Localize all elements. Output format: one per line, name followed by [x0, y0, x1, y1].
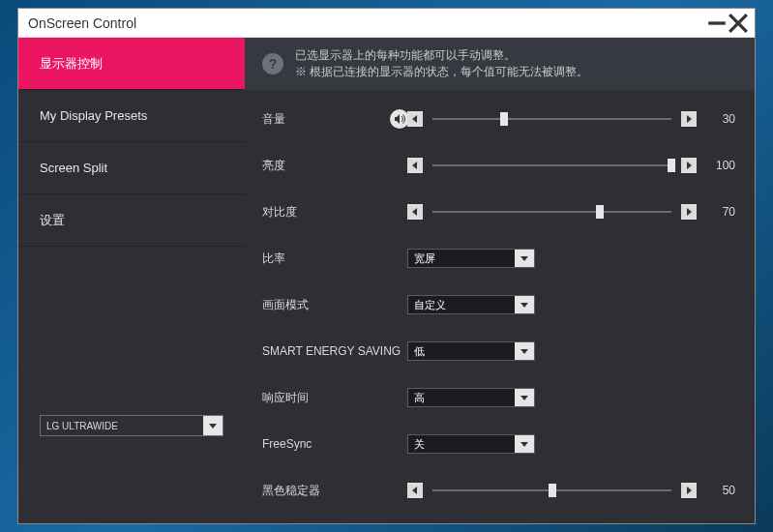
- row-black-stabilizer: 黑色稳定器 50: [245, 467, 735, 514]
- row-label: 对比度: [245, 204, 407, 221]
- slider-value: 30: [706, 112, 735, 126]
- label-text: 比率: [262, 251, 285, 267]
- dropdown-control: 高: [407, 388, 735, 407]
- device-select-row: LG ULTRAWIDE: [18, 401, 245, 523]
- select-value: 低: [414, 344, 425, 359]
- row-energy-saving: SMART ENERGY SAVING 低: [245, 328, 735, 374]
- row-volume: 音量 30: [245, 96, 735, 142]
- increment-button[interactable]: [681, 111, 697, 127]
- svg-marker-3: [209, 424, 217, 429]
- svg-marker-13: [520, 349, 528, 354]
- svg-marker-4: [395, 114, 400, 124]
- close-icon: [728, 13, 749, 34]
- chevron-down-icon: [515, 250, 534, 267]
- dropdown-control: 低: [407, 341, 735, 361]
- label-text: 亮度: [262, 158, 285, 174]
- row-label: 亮度: [245, 158, 407, 174]
- select-value: 宽屏: [414, 251, 435, 266]
- row-label: 比率: [245, 251, 407, 267]
- contrast-slider[interactable]: [432, 211, 671, 213]
- svg-marker-9: [412, 208, 417, 216]
- chevron-down-icon: [203, 416, 223, 435]
- row-response-time: 响应时间 高: [245, 374, 735, 421]
- sidebar-item-settings[interactable]: 设置: [18, 194, 245, 247]
- label-text: 音量: [262, 111, 285, 128]
- select-value: 自定义: [414, 298, 446, 312]
- dropdown-control: 关: [407, 434, 735, 454]
- row-freesync: FreeSync 关: [245, 421, 735, 467]
- svg-marker-7: [412, 162, 417, 169]
- energy-select[interactable]: 低: [407, 341, 535, 361]
- close-button[interactable]: [728, 13, 749, 34]
- ratio-select[interactable]: 宽屏: [407, 249, 535, 268]
- slider-value: 100: [706, 159, 735, 172]
- slider-thumb[interactable]: [500, 112, 508, 126]
- sidebar-item-label: 显示器控制: [40, 55, 103, 73]
- sidebar-item-presets[interactable]: My Display Presets: [18, 90, 245, 142]
- label-text: 对比度: [262, 204, 297, 221]
- minimize-icon: [706, 13, 728, 34]
- row-label: 黑色稳定器: [245, 483, 407, 499]
- device-select[interactable]: LG ULTRAWIDE: [40, 415, 223, 436]
- select-value: 高: [414, 391, 425, 405]
- sidebar-item-label: 设置: [40, 212, 65, 229]
- svg-marker-8: [687, 162, 692, 169]
- sidebar: 显示器控制 My Display Presets Screen Split 设置…: [18, 38, 245, 523]
- freesync-select[interactable]: 关: [407, 434, 535, 454]
- picture-select[interactable]: 自定义: [407, 295, 535, 314]
- dropdown-control: 宽屏: [407, 249, 735, 268]
- info-bar: ? 已选显示器上的每种功能都可以手动调整。 ※ 根据已连接的显示器的状态，每个值…: [245, 38, 755, 90]
- decrement-button[interactable]: [407, 204, 423, 220]
- svg-marker-14: [520, 396, 528, 400]
- svg-marker-6: [687, 115, 692, 123]
- volume-slider[interactable]: [432, 118, 671, 120]
- svg-marker-5: [412, 115, 417, 123]
- info-line1: 已选显示器上的每种功能都可以手动调整。: [295, 47, 588, 64]
- brightness-slider[interactable]: [432, 164, 671, 166]
- row-label: FreeSync: [245, 437, 407, 451]
- blackstab-slider[interactable]: [432, 489, 671, 491]
- response-select[interactable]: 高: [407, 388, 535, 407]
- svg-marker-16: [412, 487, 417, 494]
- increment-button[interactable]: [681, 158, 697, 173]
- increment-button[interactable]: [681, 204, 697, 220]
- row-label: 响应时间: [245, 390, 407, 406]
- select-value: 关: [414, 437, 425, 452]
- svg-marker-15: [520, 442, 528, 447]
- label-text: 画面模式: [262, 297, 309, 313]
- svg-marker-10: [687, 208, 692, 216]
- slider-control: 50: [407, 483, 735, 498]
- main-panel: ? 已选显示器上的每种功能都可以手动调整。 ※ 根据已连接的显示器的状态，每个值…: [245, 38, 755, 523]
- info-text: 已选显示器上的每种功能都可以手动调整。 ※ 根据已连接的显示器的状态，每个值可能…: [295, 47, 588, 81]
- speaker-icon[interactable]: [390, 109, 409, 129]
- slider-value: 50: [706, 484, 735, 497]
- slider-value: 70: [706, 205, 735, 219]
- label-text: 黑色稳定器: [262, 483, 320, 499]
- decrement-button[interactable]: [407, 483, 423, 498]
- app-body: 显示器控制 My Display Presets Screen Split 设置…: [18, 38, 755, 523]
- slider-control: 30: [407, 111, 735, 127]
- window-title: OnScreen Control: [28, 15, 706, 31]
- row-brightness: 亮度 100: [245, 142, 735, 189]
- chevron-down-icon: [515, 435, 534, 453]
- svg-marker-17: [687, 487, 692, 494]
- slider-thumb[interactable]: [668, 159, 675, 172]
- chevron-down-icon: [515, 296, 534, 313]
- slider-thumb[interactable]: [596, 205, 604, 219]
- sidebar-item-screen-split[interactable]: Screen Split: [18, 142, 245, 194]
- increment-button[interactable]: [681, 483, 697, 498]
- svg-marker-12: [520, 303, 528, 308]
- row-label: 画面模式: [245, 297, 407, 313]
- minimize-button[interactable]: [706, 13, 728, 34]
- svg-marker-11: [520, 256, 528, 261]
- label-text: SMART ENERGY SAVING: [262, 344, 401, 358]
- decrement-button[interactable]: [407, 111, 423, 127]
- slider-thumb[interactable]: [549, 484, 556, 497]
- decrement-button[interactable]: [407, 158, 423, 173]
- label-text: 响应时间: [262, 390, 309, 406]
- row-picture-mode: 画面模式 自定义: [245, 281, 735, 328]
- device-select-value: LG ULTRAWIDE: [46, 421, 118, 431]
- sidebar-item-display-control[interactable]: 显示器控制: [18, 38, 245, 90]
- row-ratio: 比率 宽屏: [245, 235, 735, 281]
- info-line2: ※ 根据已连接的显示器的状态，每个值可能无法被调整。: [295, 64, 588, 80]
